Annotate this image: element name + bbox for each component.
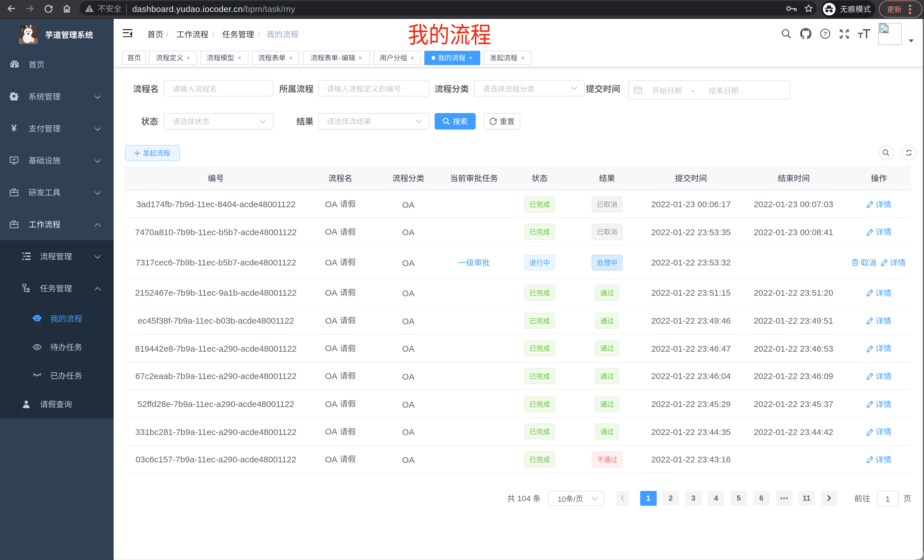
svg-text:?: ? <box>823 30 827 37</box>
